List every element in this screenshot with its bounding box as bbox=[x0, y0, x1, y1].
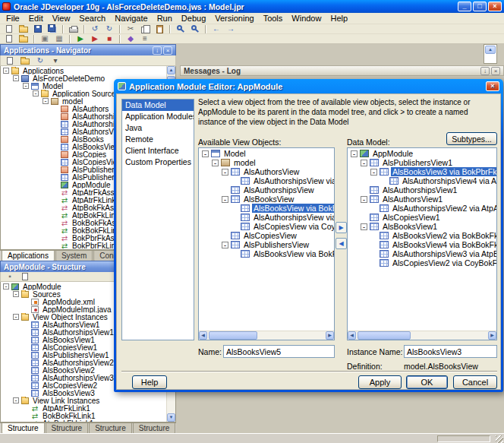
collapse-icon[interactable]: - bbox=[13, 291, 19, 297]
new-view-icon[interactable] bbox=[18, 272, 32, 282]
collapse-icon[interactable]: - bbox=[23, 83, 29, 89]
tree-item[interactable]: AlsCopiesView via CoyBokFkLink bbox=[200, 222, 334, 231]
open-project-icon[interactable] bbox=[17, 34, 30, 44]
move-right-button[interactable]: ▶ bbox=[335, 222, 347, 233]
tree-item[interactable]: AlsBooksView via BokBokFkLink bbox=[200, 204, 334, 213]
scroll-right-icon[interactable]: ▶ bbox=[488, 331, 496, 340]
profile-icon[interactable]: ◆ bbox=[124, 34, 137, 44]
collapse-icon[interactable]: - bbox=[13, 397, 19, 403]
scroll-left-icon[interactable]: ◀ bbox=[348, 331, 356, 340]
search-in-files-icon[interactable] bbox=[188, 24, 202, 34]
collapsed-scrollbar[interactable]: ▲ bbox=[484, 44, 497, 64]
menu-window[interactable]: Window bbox=[287, 14, 326, 23]
tree-item[interactable]: -Applications bbox=[1, 67, 175, 74]
name-input[interactable] bbox=[223, 345, 335, 358]
collapse-icon[interactable]: - bbox=[3, 68, 9, 74]
undo-icon[interactable]: ↺ bbox=[88, 24, 102, 34]
debug-icon[interactable]: ▶ bbox=[88, 34, 102, 44]
tree-item[interactable]: -AlsAuthorsView bbox=[200, 167, 334, 176]
refresh-icon[interactable]: ↻ bbox=[33, 55, 47, 65]
ok-button[interactable]: OK bbox=[406, 375, 448, 389]
scroll-up-icon[interactable]: ▲ bbox=[485, 46, 496, 54]
new-icon[interactable] bbox=[3, 55, 17, 65]
menu-navigate[interactable]: Navigate bbox=[110, 14, 152, 23]
collapse-icon[interactable]: - bbox=[222, 169, 228, 176]
collapse-icon[interactable]: - bbox=[13, 75, 19, 81]
tree-item[interactable]: -AppModule bbox=[348, 149, 496, 158]
tree-item[interactable]: BokBokFkLink1 bbox=[1, 412, 175, 419]
menu-help[interactable]: Help bbox=[326, 14, 352, 23]
dialog-nav-application-modules[interactable]: Application Modules bbox=[122, 111, 194, 122]
collapse-icon[interactable]: - bbox=[370, 169, 377, 176]
filter-icon[interactable]: ▾ bbox=[49, 55, 62, 65]
scroll-up-icon[interactable]: ▲ bbox=[167, 66, 175, 74]
dock-pin-icon[interactable]: ↓ bbox=[153, 46, 162, 55]
tree-item[interactable]: AtpAtrFkLink1 bbox=[1, 404, 175, 412]
tree-item[interactable]: -AlsAuthorsView1 bbox=[348, 195, 496, 204]
tree-item[interactable]: AlsCopiesView2 via CoyBokFkLink1 bbox=[348, 258, 496, 267]
terminate-icon[interactable]: ■ bbox=[102, 34, 116, 44]
tree-item[interactable]: -model bbox=[200, 158, 334, 167]
move-left-button[interactable]: ◀ bbox=[335, 238, 347, 249]
new-application-icon[interactable] bbox=[2, 34, 16, 44]
paste-icon[interactable] bbox=[153, 24, 166, 34]
resize-grip-icon[interactable] bbox=[496, 435, 503, 443]
dialog-nav-client-interface[interactable]: Client Interface bbox=[122, 145, 194, 157]
make-icon[interactable]: ▣ bbox=[38, 34, 52, 44]
open-icon[interactable] bbox=[18, 55, 32, 65]
tree-item[interactable]: AlsCopiesView bbox=[200, 231, 334, 240]
collapse-icon[interactable]: - bbox=[202, 150, 209, 157]
menu-versioning[interactable]: Versioning bbox=[210, 14, 258, 23]
collapse-icon[interactable]: - bbox=[222, 196, 228, 203]
messages-log-panel-header[interactable]: Messages - Log ↓× bbox=[180, 65, 504, 76]
collapse-icon[interactable]: - bbox=[3, 283, 9, 290]
help-button[interactable]: Help bbox=[132, 375, 167, 389]
tree-item[interactable]: AlsBooksView4 via BokBokFkLink2 bbox=[348, 240, 496, 249]
close-button[interactable]: × bbox=[486, 81, 499, 91]
subtypes-button[interactable]: Subtypes... bbox=[446, 132, 497, 145]
collapse-icon[interactable]: - bbox=[33, 90, 39, 97]
tree-item[interactable]: AlsAuthorshipsView1 bbox=[348, 185, 496, 195]
scroll-right-icon[interactable]: ▶ bbox=[326, 331, 334, 340]
collapse-icon[interactable]: - bbox=[13, 314, 19, 320]
menu-tools[interactable]: Tools bbox=[259, 14, 288, 23]
dialog-nav-data-model[interactable]: Data Model bbox=[122, 100, 194, 111]
scrollbar-thumb[interactable] bbox=[209, 331, 257, 340]
tree-item[interactable]: -AlsBooksView1 bbox=[348, 222, 496, 231]
tree-item[interactable]: AlsAuthorshipsView3 via AtpBokFkLink1 bbox=[348, 249, 496, 258]
close-button[interactable]: × bbox=[488, 2, 502, 11]
redo-icon[interactable]: ↻ bbox=[102, 24, 116, 34]
freeze-icon[interactable]: ▪ bbox=[3, 272, 17, 282]
menu-file[interactable]: File bbox=[2, 14, 24, 23]
collapse-icon[interactable]: - bbox=[361, 223, 367, 230]
forward-icon[interactable]: → bbox=[224, 24, 238, 34]
tree-item[interactable]: -AlsBooksView3 via BokPbrFkLink1 bbox=[348, 167, 496, 176]
dialog-nav-remote[interactable]: Remote bbox=[122, 134, 194, 145]
copy-icon[interactable] bbox=[138, 24, 152, 34]
tree-item[interactable]: AlsAuthorshipsView4 via AtpBokFkLink1 bbox=[348, 176, 496, 185]
tree-item[interactable]: -AlsBooksView bbox=[200, 195, 334, 204]
dialog-title-bar[interactable]: Application Module Editor: AppModule × bbox=[116, 79, 501, 93]
menu-debug[interactable]: Debug bbox=[177, 14, 210, 23]
tree-item[interactable]: AlsAuthorshipsView via AtpBokFkLink bbox=[200, 213, 334, 222]
collapse-icon[interactable]: - bbox=[43, 98, 49, 104]
menu-edit[interactable]: Edit bbox=[24, 14, 48, 23]
tree-item[interactable]: AlsAuthorshipsView via AtpAtrFkLink bbox=[200, 176, 334, 185]
save-icon[interactable] bbox=[31, 24, 45, 34]
menu-search[interactable]: Search bbox=[74, 14, 110, 23]
close-panel-icon[interactable]: × bbox=[163, 46, 172, 55]
open-file-icon[interactable] bbox=[17, 24, 30, 34]
minimize-button[interactable]: _ bbox=[458, 2, 471, 11]
scroll-left-icon[interactable]: ◀ bbox=[199, 331, 207, 340]
run-icon[interactable]: ▶ bbox=[74, 34, 87, 44]
collapse-icon[interactable]: - bbox=[361, 160, 367, 166]
back-icon[interactable]: ← bbox=[209, 24, 223, 34]
apply-button[interactable]: Apply bbox=[358, 375, 402, 389]
tree-item[interactable]: -AlsPublishersView1 bbox=[348, 158, 496, 167]
scroll-down-icon[interactable]: ▼ bbox=[167, 413, 175, 422]
tree-item[interactable]: -Model bbox=[200, 149, 334, 158]
cancel-button[interactable]: Cancel bbox=[453, 375, 497, 389]
rebuild-icon[interactable]: ▦ bbox=[52, 34, 66, 44]
tree-item[interactable]: AlsAuthorshipsView2 via AtpAtrFkLink1 bbox=[348, 204, 496, 213]
dialog-nav-custom-properties[interactable]: Custom Properties bbox=[122, 157, 194, 168]
